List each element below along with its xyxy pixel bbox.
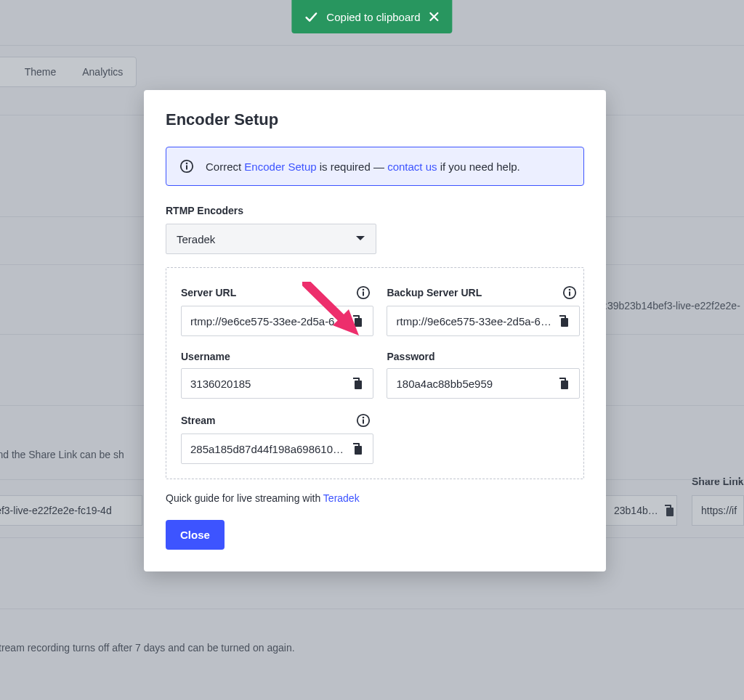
backup-server-url-field: Backup Server URL rtmp://9e6ce575-33ee-2…	[387, 285, 579, 336]
copy-password-button[interactable]	[556, 375, 572, 391]
username-field: Username 3136020185	[181, 351, 373, 399]
select-value: Teradek	[177, 233, 215, 245]
backup-url-label: Backup Server URL	[387, 287, 482, 298]
copy-backup-url-button[interactable]	[556, 313, 572, 329]
contact-us-link[interactable]: contact us	[387, 160, 437, 173]
check-icon	[304, 11, 318, 23]
toast-close-button[interactable]	[429, 12, 440, 22]
backup-url-value: rtmp://9e6ce575-33ee-2d5a-6…	[396, 315, 551, 327]
stream-field: Stream 285a185d87d44f198a698610…	[181, 413, 373, 464]
password-value: 180a4ac88bb5e959	[396, 378, 551, 390]
info-banner: Correct Encoder Setup is required — cont…	[166, 147, 584, 186]
username-label: Username	[181, 351, 230, 362]
encoder-setup-modal: Encoder Setup Correct Encoder Setup is r…	[144, 90, 606, 571]
rtmp-encoder-select[interactable]: Teradek	[166, 224, 376, 254]
server-url-label: Server URL	[181, 287, 236, 298]
info-icon[interactable]	[356, 285, 371, 300]
toast-text: Copied to clipboard	[326, 11, 420, 23]
copy-username-button[interactable]	[349, 375, 365, 391]
encoder-setup-link[interactable]: Encoder Setup	[244, 160, 316, 173]
username-value: 3136020185	[190, 378, 345, 390]
info-icon[interactable]	[562, 285, 577, 300]
chevron-down-icon	[355, 235, 365, 243]
password-field: Password 180a4ac88bb5e959	[387, 351, 579, 399]
server-url-value: rtmp://9e6ce575-33ee-2d5a-6…	[190, 315, 345, 327]
stream-value: 285a185d87d44f198a698610…	[190, 443, 345, 455]
server-url-field: Server URL rtmp://9e6ce575-33ee-2d5a-6…	[181, 285, 373, 336]
info-icon[interactable]	[356, 413, 371, 428]
teradek-guide-link[interactable]: Teradek	[323, 492, 360, 504]
copy-server-url-button[interactable]	[349, 313, 365, 329]
password-label: Password	[387, 351, 434, 362]
rtmp-encoders-label: RTMP Encoders	[166, 205, 584, 216]
close-button[interactable]: Close	[166, 520, 225, 550]
info-icon	[179, 159, 194, 174]
stream-label: Stream	[181, 415, 215, 426]
copy-stream-button[interactable]	[349, 441, 365, 457]
banner-text: Correct Encoder Setup is required — cont…	[206, 160, 520, 173]
modal-title: Encoder Setup	[166, 110, 584, 129]
quick-guide-text: Quick guide for live streaming with Tera…	[166, 492, 584, 504]
copied-toast: Copied to clipboard	[291, 0, 452, 33]
encoder-fields-group: Server URL rtmp://9e6ce575-33ee-2d5a-6… …	[166, 267, 584, 479]
